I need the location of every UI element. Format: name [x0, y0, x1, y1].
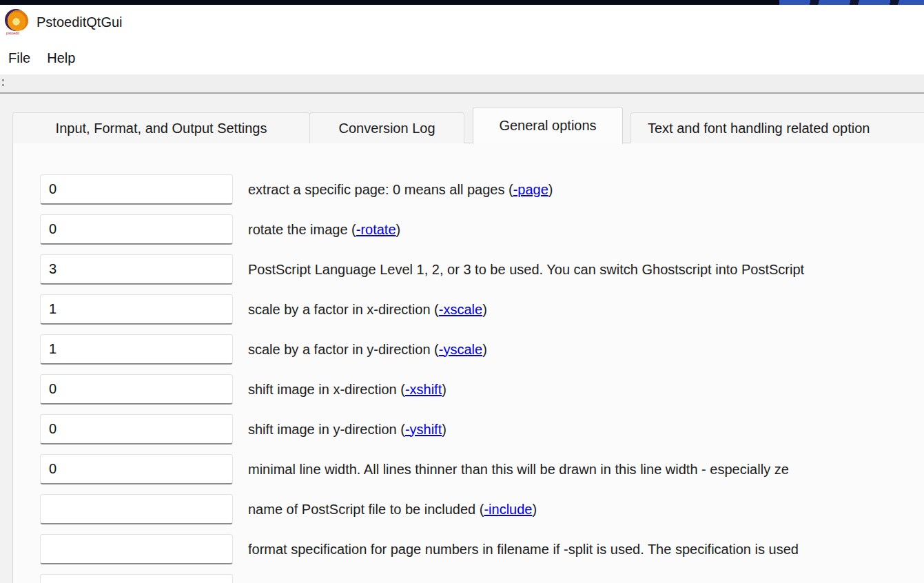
- option-row: set page size (e.g. a4) - used by TK and…: [40, 569, 924, 583]
- option-label: shift image in x-direction (-xshift): [248, 382, 446, 398]
- option-label: PostScript Language Level 1, 2, or 3 to …: [248, 262, 804, 278]
- logo-flame-shape: [8, 10, 28, 31]
- option-label-text: shift image in y-direction (: [248, 422, 405, 437]
- option-label-text: minimal line width. All lines thinner th…: [248, 462, 789, 477]
- option-label: format specification for page numbers in…: [248, 542, 799, 558]
- option-row: name of PostScript file to be included (…: [40, 489, 924, 529]
- option-row: scale by a factor in y-direction (-yscal…: [40, 329, 924, 369]
- menu-item-file[interactable]: File: [0, 46, 39, 70]
- option-doc-link[interactable]: -xshift: [405, 382, 442, 397]
- tab-general-options[interactable]: General options: [473, 107, 623, 144]
- option-input[interactable]: [40, 334, 233, 365]
- option-input[interactable]: [40, 494, 233, 524]
- option-label-close: ): [396, 222, 401, 237]
- option-label-text: shift image in x-direction (: [248, 382, 405, 397]
- option-row: minimal line width. All lines thinner th…: [40, 449, 924, 489]
- desktop-background-strip: [0, 0, 924, 5]
- option-row: rotate the image (-rotate): [40, 209, 924, 249]
- option-row: format specification for page numbers in…: [40, 529, 924, 569]
- option-label-close: ): [548, 182, 553, 197]
- option-label-close: ): [442, 422, 446, 437]
- menu-item-help[interactable]: Help: [39, 46, 83, 70]
- option-label-close: ): [532, 502, 537, 517]
- option-label-text: extract a specific page: 0 means all pag…: [248, 182, 513, 197]
- option-input[interactable]: [40, 214, 233, 245]
- desktop-wallpaper-stripes: [779, 0, 924, 5]
- option-row: shift image in y-direction (-yshift): [40, 409, 924, 449]
- option-input[interactable]: [40, 454, 233, 484]
- option-label-text: scale by a factor in x-direction (: [248, 302, 439, 317]
- option-input[interactable]: [40, 534, 233, 564]
- form-rows: extract a specific page: 0 means all pag…: [40, 170, 924, 583]
- option-label-close: ): [442, 382, 446, 397]
- option-doc-link[interactable]: -rotate: [356, 222, 396, 237]
- option-label-close: ): [482, 302, 487, 317]
- window-titlebar: pstoedit PstoeditQtGui: [0, 5, 924, 41]
- option-label: minimal line width. All lines thinner th…: [248, 462, 789, 478]
- option-label: extract a specific page: 0 means all pag…: [248, 182, 553, 198]
- tab-bar: Input, Format, and Output Settings Conve…: [12, 107, 924, 143]
- window-title: PstoeditQtGui: [37, 5, 123, 41]
- option-input[interactable]: [40, 414, 233, 444]
- pstoedit-logo-icon: pstoedit: [6, 10, 31, 35]
- option-doc-link[interactable]: -include: [484, 502, 532, 517]
- menu-bar: File Help: [0, 41, 924, 74]
- tab-input-format-output[interactable]: Input, Format, and Output Settings: [12, 112, 310, 143]
- option-row: PostScript Language Level 1, 2, or 3 to …: [40, 249, 924, 289]
- option-input[interactable]: [40, 254, 233, 285]
- option-input[interactable]: [40, 374, 233, 405]
- tab-text-font-options[interactable]: Text and font handling related option: [630, 112, 924, 143]
- option-label: rotate the image (-rotate): [248, 222, 400, 238]
- option-label: name of PostScript file to be included (…: [248, 502, 537, 518]
- option-row: shift image in x-direction (-xshift): [40, 369, 924, 409]
- option-input[interactable]: [40, 574, 233, 583]
- option-doc-link[interactable]: -xscale: [439, 302, 482, 317]
- logo-caption: pstoedit: [6, 32, 19, 35]
- option-row: scale by a factor in x-direction (-xscal…: [40, 289, 924, 329]
- option-doc-link[interactable]: -page: [513, 182, 548, 197]
- option-doc-link[interactable]: -yscale: [439, 342, 482, 357]
- option-label: scale by a factor in y-direction (-yscal…: [248, 342, 487, 358]
- toolbar-handle-icon: [2, 79, 5, 88]
- option-input[interactable]: [40, 294, 233, 325]
- option-label: scale by a factor in x-direction (-xscal…: [248, 302, 487, 318]
- option-row: extract a specific page: 0 means all pag…: [40, 170, 924, 209]
- option-doc-link[interactable]: -yshift: [405, 422, 442, 437]
- option-label-text: PostScript Language Level 1, 2, or 3 to …: [248, 262, 804, 277]
- option-label-text: scale by a factor in y-direction (: [248, 342, 439, 357]
- toolbar-strip: [0, 74, 924, 94]
- option-label-text: name of PostScript file to be included (: [248, 502, 484, 517]
- option-label: shift image in y-direction (-yshift): [248, 422, 446, 438]
- option-label-text: format specification for page numbers in…: [248, 542, 799, 557]
- option-label-close: ): [482, 342, 487, 357]
- option-input[interactable]: [40, 174, 233, 205]
- tab-conversion-log[interactable]: Conversion Log: [309, 112, 464, 143]
- option-label-text: rotate the image (: [248, 222, 356, 237]
